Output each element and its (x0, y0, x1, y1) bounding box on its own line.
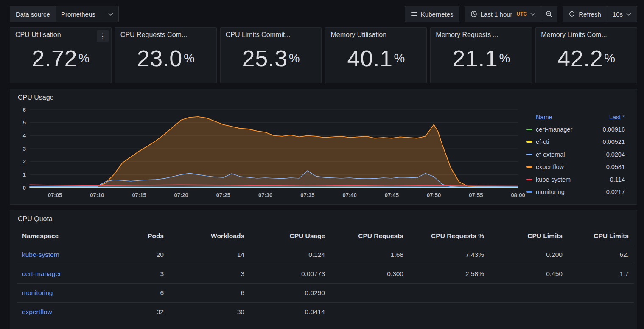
chevron-down-icon (530, 13, 535, 16)
namespace-link[interactable]: expertflow (22, 308, 52, 315)
time-range-picker[interactable]: Last 1 hour UTC (465, 6, 542, 22)
svg-text:3: 3 (23, 146, 26, 152)
series-color-swatch (526, 191, 532, 193)
svg-text:07:20: 07:20 (174, 192, 188, 198)
menu-icon (411, 11, 417, 17)
table-header-row: NamespacePodsWorkloadsCPU UsageCPU Reque… (17, 227, 634, 245)
cpu-quota-table: NamespacePodsWorkloadsCPU UsageCPU Reque… (17, 227, 634, 321)
legend-item-expertflow[interactable]: expertflow0.0581 (525, 161, 626, 174)
table-cell (330, 302, 409, 321)
table-cell: 2.58% (409, 264, 489, 283)
chevron-down-icon (108, 13, 113, 16)
svg-text:07:40: 07:40 (342, 192, 356, 198)
svg-text:07:50: 07:50 (427, 192, 441, 198)
series-last-value: 0.0217 (606, 188, 625, 195)
stat-panel-memory-requests: Memory Requests ...21.1% (430, 27, 532, 83)
svg-text:07:15: 07:15 (132, 192, 146, 198)
svg-text:0: 0 (23, 185, 26, 191)
legend-last-header[interactable]: Last * (609, 114, 625, 121)
stat-panel-cpu-limits-commit: CPU Limits Commit...25.3% (220, 27, 322, 83)
series-name: cert-manager (536, 126, 599, 133)
table-cell: 0.300 (330, 264, 409, 283)
namespace-cell: cert-manager (17, 264, 93, 283)
zoom-out-icon (546, 11, 553, 18)
cpu-usage-chart-row: 012345607:0507:1007:1507:2007:2507:3007:… (14, 104, 633, 200)
table-cell: 14 (169, 245, 249, 264)
stat-panel-title[interactable]: Memory Requests ... (436, 31, 526, 39)
stat-unit: % (289, 51, 300, 65)
table-cell: 20 (93, 245, 169, 264)
refresh-button-label: Refresh (579, 11, 601, 18)
legend-item-ef-cti[interactable]: ef-cti0.00521 (525, 136, 626, 149)
namespace-link[interactable]: kube-system (22, 251, 59, 258)
datasource-select[interactable]: Prometheus (56, 6, 119, 22)
series-last-value: 0.00521 (603, 138, 625, 145)
series-color-swatch (526, 166, 532, 168)
stat-number: 2.72 (32, 45, 77, 71)
cpu-usage-panel: CPU Usage 012345607:0507:1007:1507:2007:… (10, 89, 637, 205)
legend-item-monitoring[interactable]: monitoring0.0217 (525, 186, 626, 199)
legend-name-header[interactable]: Name (536, 114, 552, 121)
clock-icon (470, 11, 477, 17)
table-cell: 3 (93, 264, 169, 283)
stat-panel-title[interactable]: Memory Limits Com... (541, 31, 632, 39)
stat-panel-title[interactable]: CPU Requests Com... (120, 31, 211, 39)
stat-panel-cpu-utilisation: CPU Utilisation⋮2.72% (10, 27, 112, 83)
cpu-usage-panel-title[interactable]: CPU Usage (14, 92, 633, 104)
stat-panel-title[interactable]: CPU Limits Commit... (226, 31, 316, 39)
svg-text:1: 1 (23, 172, 26, 178)
stat-number: 40.1 (347, 45, 392, 71)
table-cell (489, 283, 568, 302)
column-header-workloads: Workloads (169, 227, 249, 245)
namespace-link[interactable]: cert-manager (22, 270, 61, 277)
kubernetes-button[interactable]: Kubernetes (405, 6, 459, 22)
table-cell: 0.00773 (249, 264, 330, 283)
stat-value: 23.0% (120, 39, 211, 79)
zoom-out-button[interactable] (541, 6, 557, 22)
cpu-quota-panel-title[interactable]: CPU Quota (17, 214, 630, 227)
stat-panel-cpu-requests-com: CPU Requests Com...23.0% (115, 27, 217, 83)
series-color-swatch (526, 179, 532, 180)
svg-text:07:30: 07:30 (258, 192, 272, 198)
timezone-badge: UTC (517, 11, 527, 17)
legend-item-cert-manager[interactable]: cert-manager0.00916 (525, 123, 626, 136)
column-header-namespace: Namespace (17, 227, 93, 245)
table-cell: 7.43% (409, 245, 489, 264)
time-range-label: Last 1 hour (481, 11, 512, 18)
namespace-link[interactable]: monitoring (22, 289, 53, 296)
cpu-usage-legend: NameLast *cert-manager0.00916ef-cti0.005… (525, 104, 630, 200)
refresh-interval-select[interactable]: 10s (607, 6, 637, 22)
series-last-value: 0.0204 (606, 151, 625, 158)
datasource-label: Data source (10, 6, 56, 22)
stat-panel-title[interactable]: CPU Utilisation (15, 31, 106, 39)
refresh-icon (568, 11, 575, 17)
table-cell: 1.68 (330, 245, 409, 264)
panel-menu-kebab-icon[interactable]: ⋮ (97, 30, 109, 42)
column-header-cpu-requests: CPU Requests % (409, 227, 489, 245)
legend-item-kube-system[interactable]: kube-system0.114 (525, 173, 626, 186)
svg-text:07:55: 07:55 (469, 192, 483, 198)
stat-number: 42.2 (557, 45, 603, 71)
chevron-down-icon (626, 13, 631, 16)
table-cell (409, 302, 489, 321)
refresh-button[interactable]: Refresh (563, 6, 607, 22)
cpu-usage-chart[interactable]: 012345607:0507:1007:1507:2007:2507:3007:… (14, 104, 525, 200)
table-cell (568, 283, 634, 302)
svg-text:2: 2 (23, 158, 26, 165)
svg-text:07:10: 07:10 (90, 192, 104, 198)
stat-value: 2.72% (15, 39, 106, 79)
legend-item-ef-external[interactable]: ef-external0.0204 (525, 148, 626, 161)
svg-text:07:45: 07:45 (385, 192, 399, 198)
stat-unit: % (394, 51, 405, 65)
series-color-swatch (526, 129, 532, 130)
series-name: ef-cti (536, 138, 599, 145)
stat-panel-title[interactable]: Memory Utilisation (330, 31, 421, 39)
stat-unit: % (184, 51, 195, 65)
svg-text:08:00: 08:00 (511, 192, 525, 198)
kubernetes-button-label: Kubernetes (421, 11, 454, 18)
svg-text:07:35: 07:35 (300, 192, 314, 198)
legend-header: NameLast * (525, 111, 626, 123)
table-cell: 30 (169, 302, 249, 321)
table-row-expertflow: expertflow32300.0414 (17, 302, 634, 321)
stat-number: 25.3 (242, 45, 288, 71)
